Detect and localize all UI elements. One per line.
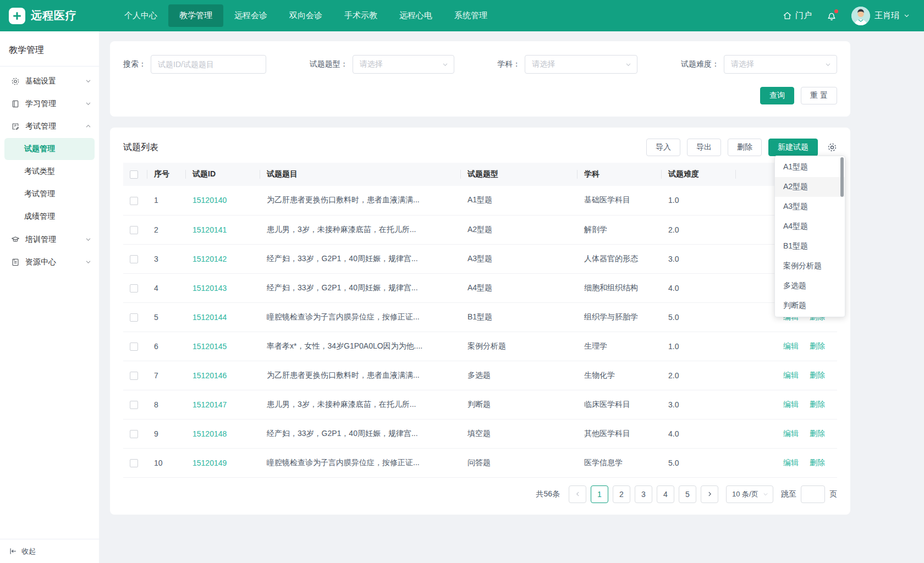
prev-page-button[interactable] <box>569 485 586 503</box>
nav-item-remote-consultation[interactable]: 远程会诊 <box>223 4 278 27</box>
brand-name: 远程医疗 <box>31 8 77 23</box>
edit-link[interactable]: 编辑 <box>783 400 799 409</box>
cell-difficulty: 2.0 <box>662 361 736 390</box>
portal-link[interactable]: 门户 <box>783 10 812 21</box>
sidebar-item-exam-management[interactable]: 考试管理 <box>0 115 99 137</box>
cell-difficulty: 5.0 <box>662 302 736 332</box>
import-button[interactable]: 导入 <box>646 139 680 156</box>
jump-prefix-label: 跳至 <box>781 489 796 499</box>
sidebar-item-resource-center[interactable]: 资源中心 <box>0 251 99 273</box>
chevron-down-icon <box>625 62 631 68</box>
delete-link[interactable]: 删除 <box>810 458 825 467</box>
page-button[interactable]: 4 <box>657 485 674 503</box>
page-size-select[interactable]: 10 条/页 <box>726 485 773 503</box>
dropdown-option[interactable]: A1型题 <box>775 157 845 177</box>
export-button[interactable]: 导出 <box>687 139 721 156</box>
delete-link[interactable]: 删除 <box>810 400 825 409</box>
cell-difficulty: 3.0 <box>662 390 736 419</box>
create-question-button[interactable]: 新建试题 <box>768 139 818 156</box>
difficulty-select[interactable]: 请选择 <box>724 55 837 74</box>
question-id-link[interactable]: 15120145 <box>193 342 227 351</box>
brand-logo-icon <box>9 8 25 24</box>
sidebar-subitem-question-management[interactable]: 试题管理 <box>4 138 95 160</box>
query-button[interactable]: 查询 <box>760 87 794 104</box>
nav-item-two-way-consultation[interactable]: 双向会诊 <box>278 4 333 27</box>
dropdown-option[interactable]: A4型题 <box>775 217 845 236</box>
nav-item-surgery-demo[interactable]: 手术示教 <box>333 4 388 27</box>
nav-item-remote-ecg[interactable]: 远程心电 <box>388 4 443 27</box>
dropdown-option[interactable]: B1型题 <box>775 236 845 256</box>
sidebar-subitem-exam-type[interactable]: 考试类型 <box>4 161 95 183</box>
question-id-link[interactable]: 15120148 <box>193 429 227 438</box>
question-id-link[interactable]: 15120146 <box>193 371 227 380</box>
sidebar-item-label: 考试管理 <box>25 122 56 131</box>
table-row: 2 15120141 患儿男，3岁，未接种麻漆底苗，在托儿所... A2型题 解… <box>123 215 837 244</box>
notification-bell-icon[interactable] <box>826 10 837 21</box>
delete-link[interactable]: 删除 <box>810 429 825 438</box>
edit-link[interactable]: 编辑 <box>783 371 799 379</box>
dropdown-option[interactable]: A3型题 <box>775 197 845 217</box>
row-checkbox[interactable] <box>130 343 138 351</box>
row-checkbox[interactable] <box>130 284 138 292</box>
jump-page-input[interactable] <box>801 485 825 503</box>
question-id-link[interactable]: 15120141 <box>193 225 227 234</box>
question-type-select[interactable]: 请选择 <box>353 55 454 74</box>
row-checkbox[interactable] <box>130 372 138 380</box>
page-button[interactable]: 1 <box>591 485 608 503</box>
row-checkbox[interactable] <box>130 197 138 205</box>
page-button[interactable]: 5 <box>679 485 696 503</box>
page-button[interactable]: 3 <box>635 485 652 503</box>
cell-type: A2型题 <box>461 215 578 244</box>
row-checkbox[interactable] <box>130 430 138 438</box>
user-menu[interactable]: 王肖琄 <box>851 7 910 25</box>
sidebar-collapse-button[interactable]: 收起 <box>0 539 99 563</box>
nav-item-personal-center[interactable]: 个人中心 <box>113 4 168 27</box>
subject-select[interactable]: 请选择 <box>525 55 637 74</box>
edit-link[interactable]: 编辑 <box>783 429 799 438</box>
dropdown-scrollbar[interactable] <box>840 157 844 316</box>
edit-link[interactable]: 编辑 <box>783 341 799 350</box>
search-input[interactable] <box>151 55 266 74</box>
question-id-link[interactable]: 15120147 <box>193 400 227 409</box>
sidebar-subitem-exam-management[interactable]: 考试管理 <box>4 183 95 205</box>
cell-no: 3 <box>147 244 186 273</box>
next-page-button[interactable] <box>701 485 718 503</box>
select-all-checkbox[interactable] <box>130 170 138 179</box>
row-checkbox[interactable] <box>130 226 138 234</box>
delete-link[interactable]: 删除 <box>810 371 825 379</box>
chevron-down-icon <box>442 62 448 68</box>
subject-label: 学科： <box>497 59 520 69</box>
row-checkbox[interactable] <box>130 313 138 322</box>
cell-question: 患儿男，3岁，未接种麻漆底苗，在托儿所... <box>260 390 461 419</box>
cell-type: 判断题 <box>461 390 578 419</box>
dropdown-option[interactable]: A2型题 <box>775 177 845 197</box>
nav-item-teaching-management[interactable]: 教学管理 <box>168 4 223 27</box>
dropdown-option[interactable]: 判断题 <box>775 296 845 316</box>
delete-link[interactable]: 删除 <box>810 341 825 350</box>
question-id-link[interactable]: 15120143 <box>193 284 227 292</box>
scrollbar-thumb[interactable] <box>840 157 844 197</box>
question-id-link[interactable]: 15120144 <box>193 313 227 322</box>
nav-item-system-management[interactable]: 系统管理 <box>443 4 498 27</box>
question-id-link[interactable]: 15120140 <box>193 196 227 205</box>
reset-button[interactable]: 重 置 <box>801 87 837 104</box>
settings-gear-icon[interactable] <box>827 142 837 152</box>
page-button[interactable]: 2 <box>613 485 630 503</box>
question-id-link[interactable]: 15120149 <box>193 459 227 467</box>
row-checkbox[interactable] <box>130 459 138 467</box>
sidebar-item-basic-settings[interactable]: 基础设置 <box>0 70 99 92</box>
column-header-difficulty: 试题难度 <box>662 163 736 186</box>
sidebar-item-learning-management[interactable]: 学习管理 <box>0 92 99 115</box>
cell-question: 患儿男，3岁，未接种麻漆底苗，在托儿所... <box>260 215 461 244</box>
sidebar-item-training-management[interactable]: 培训管理 <box>0 228 99 251</box>
delete-button[interactable]: 删除 <box>728 139 762 156</box>
question-id-link[interactable]: 15120142 <box>193 255 227 263</box>
row-checkbox[interactable] <box>130 255 138 263</box>
sidebar-subitem-score-management[interactable]: 成绩管理 <box>4 206 95 228</box>
cell-subject: 生物化学 <box>578 361 662 390</box>
dropdown-option[interactable]: 案例分析题 <box>775 256 845 276</box>
edit-link[interactable]: 编辑 <box>783 458 799 467</box>
table-row: 10 15120149 瞳腔镜检查诊为子言内膜异位症，按修正证... 问答题 医… <box>123 448 837 477</box>
dropdown-option[interactable]: 多选题 <box>775 276 845 296</box>
row-checkbox[interactable] <box>130 401 138 409</box>
